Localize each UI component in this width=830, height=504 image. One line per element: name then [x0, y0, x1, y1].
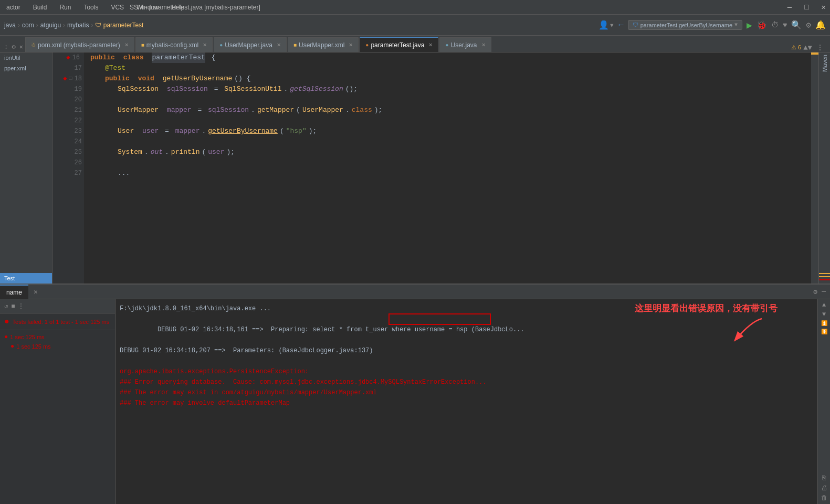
tab-label-user-java: User.java: [450, 41, 477, 49]
clear-icon[interactable]: 🗑: [821, 494, 827, 502]
back-button[interactable]: ←: [618, 20, 624, 30]
scroll-to-top-icon[interactable]: ⏫: [821, 320, 827, 327]
line-22: 22: [52, 116, 82, 126]
bottom-panel: name ✕ ⚙ — ↺ ■ ⋮ ● Tests failed: 1 of 1 …: [0, 284, 830, 504]
test-tree-items: ● 1 sec 125 ms ● 1 sec 125 ms: [0, 330, 115, 353]
tab-usermapper-java[interactable]: ● UserMapper.java ✕: [214, 37, 287, 52]
test-fail-icon: ●: [4, 317, 9, 327]
line-18: ◆ □ 18: [52, 74, 82, 84]
scroll-to-bottom-icon[interactable]: ⏬: [821, 329, 827, 335]
breadcrumb-mybatis: mybatis: [67, 22, 89, 29]
scroll-up-icon[interactable]: ▲: [822, 301, 826, 309]
type-user: User: [118, 126, 134, 136]
console-line-3: DEBUG 01-02 16:34:18,207 ==> Parameters:…: [120, 345, 813, 356]
tab-label-config: mybatis-config.xml: [146, 41, 198, 49]
settings-gear-icon[interactable]: ⚙: [813, 288, 817, 296]
notifications-button[interactable]: 🔔: [815, 20, 826, 30]
kw-public: public: [90, 52, 115, 63]
tab-label-usermapper-xml: UserMapper.xml: [299, 41, 344, 49]
sidebar-ionutil: ionUtil: [0, 52, 52, 63]
tab-bar-right: ⚠ 6 ▲▼ ⋮: [492, 43, 828, 52]
line-gutter: ◆ 16 17 ◆ □ 18 19 20 21 22 23 24 25 26 2…: [52, 52, 84, 284]
tab-close-usermapper-java[interactable]: ✕: [277, 42, 281, 48]
close-button[interactable]: ✕: [822, 3, 826, 12]
toolbar: java › com › atguigu › mybatis › 🛡 param…: [0, 15, 830, 36]
run-button[interactable]: ▶: [747, 19, 752, 31]
tab-bar: ↕ ⚙ ✕ ☃ pom.xml (mybatis-parameter) ✕ ■ …: [0, 36, 830, 52]
class-sqlsessionutil: SqlSessionUtil: [224, 84, 281, 94]
tab-mybatis-config[interactable]: ■ mybatis-config.xml ✕: [135, 37, 213, 52]
profile-button[interactable]: ⏱: [771, 21, 779, 29]
tab-icon-xml: ☃: [31, 42, 36, 48]
bottom-tab-name[interactable]: name: [0, 285, 28, 299]
tab-close-user-java[interactable]: ✕: [481, 42, 486, 48]
var-sqlsession: sqlSession: [167, 84, 208, 94]
tab-close-usermapper-xml[interactable]: ✕: [349, 42, 353, 48]
scroll-down-icon[interactable]: ▼: [822, 311, 826, 318]
code-line-20: [90, 94, 805, 105]
test-filter-icon[interactable]: ⋮: [18, 302, 24, 310]
test-rerun-icon[interactable]: ↺: [4, 302, 8, 310]
type-usermapper: UserMapper: [118, 105, 159, 116]
editor-scrollbar[interactable]: [811, 52, 818, 284]
breadcrumb-atguigu: atguigu: [40, 22, 61, 29]
tab-toolbar-left: ↕ ⚙ ✕: [2, 42, 25, 52]
maven-warning: [819, 273, 830, 274]
copy-icon[interactable]: ⎘: [822, 475, 826, 482]
bottom-tab-bar: name ✕ ⚙ —: [0, 285, 830, 299]
line-17: 17: [52, 63, 82, 74]
code-line-21: UserMapper mapper = sqlSession . getMapp…: [90, 105, 805, 116]
console-line-2: DEBUG 01-02 16:34:18,161 ==> Preparing: …: [120, 314, 813, 345]
sidebar-test[interactable]: Test: [0, 273, 52, 284]
line-26: 26: [52, 158, 82, 168]
minimize-button[interactable]: —: [787, 3, 792, 12]
test-toolbar: ↺ ■ ⋮: [0, 299, 115, 314]
bottom-tab-close[interactable]: ✕: [30, 287, 41, 297]
test-tree-item-2: ● 1 sec 125 ms: [8, 342, 113, 351]
var-mapper: mapper: [167, 105, 192, 116]
test-stop-icon[interactable]: ■: [11, 303, 15, 310]
tab-close-pom[interactable]: ✕: [124, 42, 129, 48]
coverage-button[interactable]: ♥: [783, 21, 787, 29]
tab-close-parametertest[interactable]: ✕: [428, 42, 433, 48]
tab-parametertest[interactable]: ● parameterTest.java ✕: [360, 37, 438, 52]
tab-close-config[interactable]: ✕: [203, 42, 207, 48]
line-23: 23: [52, 126, 82, 136]
print-icon[interactable]: 🖨: [821, 484, 827, 492]
code-line-18: public void getUserByUsername () {: [90, 74, 805, 84]
console-line-4: [120, 356, 813, 366]
code-line-16: public class parameterTest {: [90, 52, 805, 63]
sidebar-pperxml: pper.xml: [0, 63, 52, 74]
editor-container: ionUtil pper.xml Test ◆ 16 17 ◆ □ 18 19 …: [0, 52, 830, 284]
left-sidebar: ionUtil pper.xml Test: [0, 52, 52, 284]
debug-button[interactable]: 🐞: [757, 20, 767, 30]
search-button[interactable]: 🔍: [791, 20, 802, 30]
maximize-button[interactable]: □: [804, 3, 808, 12]
tab-icon-user-java: ●: [445, 42, 448, 48]
tab-label-pom: pom.xml (mybatis-parameter): [38, 41, 120, 49]
line-21: 21: [52, 105, 82, 116]
user-icon[interactable]: 👤▾: [598, 20, 614, 30]
console-line-7: ### The error may exist in com/atguigu/m…: [120, 387, 813, 398]
tab-usermapper-xml[interactable]: ■ UserMapper.xml ✕: [288, 37, 359, 52]
line-27: 27: [52, 168, 82, 178]
method-getmapper: getMapper: [257, 105, 294, 116]
settings-button[interactable]: ⚙: [806, 20, 811, 30]
run-config-dropdown[interactable]: 🛡 parameterTest.getUserByUsername ▼: [628, 20, 742, 30]
console-right-buttons: ▲ ▼ ⏫ ⏬ ⎘ 🖨 🗑: [817, 299, 830, 504]
ref-mapper: mapper: [175, 126, 200, 136]
bookmark-18: □: [69, 74, 72, 84]
code-area: ◆ 16 17 ◆ □ 18 19 20 21 22 23 24 25 26 2…: [52, 52, 818, 284]
breadcrumb-java: java: [4, 22, 16, 29]
console-line-5: org.apache.ibatis.exceptions.Persistence…: [120, 366, 813, 377]
tab-pom-xml[interactable]: ☃ pom.xml (mybatis-parameter) ✕: [25, 37, 134, 52]
console-line-8: ### The error may involve defaultParamet…: [120, 398, 813, 408]
console-line-1: F:\jdk\jdk1.8.0_161_x64\bin\java.exe ...: [120, 303, 813, 314]
breadcrumb-com: com: [22, 22, 34, 29]
minimize-panel-icon[interactable]: —: [822, 288, 826, 296]
tab-user-java[interactable]: ● User.java ✕: [439, 37, 491, 52]
str-hsp: "hsp": [286, 126, 307, 136]
warning-indicator: [811, 52, 818, 55]
code-content[interactable]: public class parameterTest { @Test publi…: [84, 52, 811, 284]
method-getsqlsession: getSqlSession: [290, 84, 343, 94]
